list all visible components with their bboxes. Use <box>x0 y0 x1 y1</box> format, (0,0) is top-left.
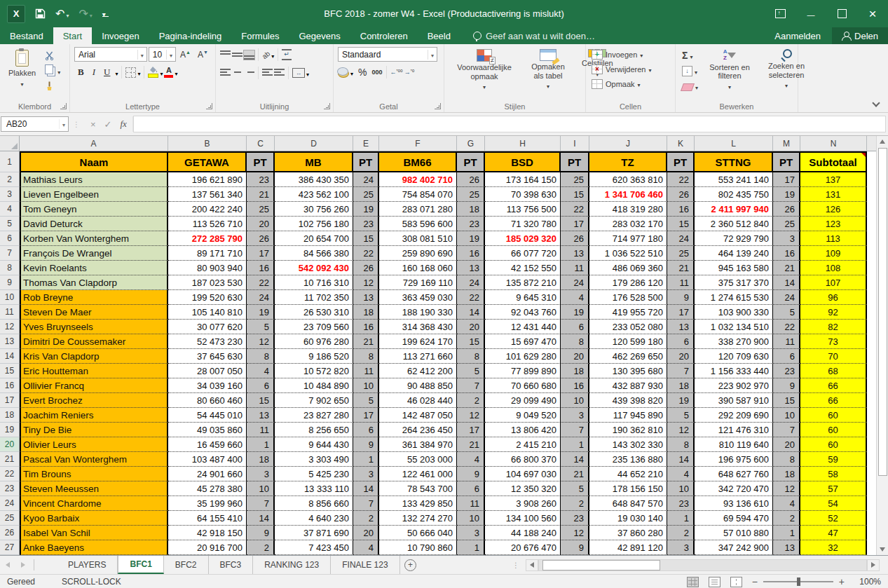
cell-E24[interactable]: 7 <box>353 496 379 511</box>
cell-C16[interactable]: 6 <box>247 378 275 393</box>
cell-B14[interactable]: 37 645 630 <box>168 349 247 364</box>
row-header-25[interactable]: 25 <box>0 511 20 526</box>
ribbon-display-options-button[interactable] <box>765 0 795 27</box>
autosum-button[interactable]: Σ <box>680 48 700 62</box>
formula-input[interactable] <box>133 116 886 132</box>
horizontal-scroll-thumb[interactable] <box>542 560 660 570</box>
column-header-G[interactable]: G <box>457 136 485 151</box>
cell-C18[interactable]: 13 <box>247 408 275 423</box>
cell-J21[interactable]: 235 136 880 <box>589 452 667 467</box>
sheet-tab-bfc2[interactable]: BFC2 <box>164 556 209 574</box>
cell-J19[interactable]: 190 362 810 <box>589 423 667 437</box>
sheet-tab-finale-123[interactable]: FINALE 123 <box>331 556 399 574</box>
cell-K12[interactable]: 13 <box>667 320 695 334</box>
column-header-C[interactable]: C <box>247 136 275 151</box>
cancel-icon[interactable]: × <box>90 119 96 130</box>
collapse-ribbon-icon[interactable] <box>873 102 880 108</box>
cell-G10[interactable]: 22 <box>457 290 485 305</box>
cell-M18[interactable]: 10 <box>773 408 800 423</box>
cell-B19[interactable]: 49 035 860 <box>168 423 247 437</box>
header-cell-I1[interactable]: PT <box>561 151 589 172</box>
cell-H27[interactable]: 20 676 470 <box>485 540 561 555</box>
cell-L14[interactable]: 120 709 630 <box>695 349 773 364</box>
save-button[interactable] <box>35 8 46 19</box>
vertical-scrollbar[interactable] <box>876 136 888 555</box>
scroll-up-arrow[interactable] <box>877 136 888 147</box>
cell-K18[interactable]: 5 <box>667 408 695 423</box>
cell-L10[interactable]: 1 274 615 530 <box>695 290 773 305</box>
zoom-out-button[interactable]: − <box>752 577 758 587</box>
cell-A21[interactable]: Pascal Van Wonterghem <box>20 452 168 467</box>
cell-G9[interactable]: 24 <box>457 275 485 290</box>
cell-K19[interactable]: 12 <box>667 423 695 437</box>
cell-G13[interactable]: 15 <box>457 334 485 349</box>
cell-I11[interactable]: 19 <box>561 305 589 320</box>
cell-A13[interactable]: Dimitri De Coussemaker <box>20 334 168 349</box>
header-cell-F1[interactable]: BM66 <box>379 151 457 172</box>
cell-N2[interactable]: 137 <box>800 172 867 187</box>
view-normal-button[interactable] <box>687 577 699 587</box>
cell-D13[interactable]: 60 976 280 <box>275 334 353 349</box>
cell-A17[interactable]: Evert Brochez <box>20 393 168 408</box>
cell-N10[interactable]: 96 <box>800 290 867 305</box>
cell-F2[interactable]: 982 402 710 <box>379 172 457 187</box>
bold-button[interactable]: B <box>74 66 88 78</box>
cell-B21[interactable]: 103 487 400 <box>168 452 247 467</box>
column-header-F[interactable]: F <box>379 136 457 151</box>
zoom-slider[interactable] <box>763 581 833 582</box>
header-cell-L1[interactable]: STTNG <box>695 151 773 172</box>
cell-I19[interactable]: 7 <box>561 423 589 437</box>
row-header-16[interactable]: 16 <box>0 378 20 393</box>
cell-C24[interactable]: 7 <box>247 496 275 511</box>
increase-decimal-icon[interactable]: ←ʼ⁰⁰ <box>390 69 403 76</box>
cell-F22[interactable]: 122 461 000 <box>379 467 457 481</box>
cell-B27[interactable]: 20 916 700 <box>168 540 247 555</box>
cell-E25[interactable]: 2 <box>353 511 379 526</box>
cell-N25[interactable]: 52 <box>800 511 867 526</box>
cell-E14[interactable]: 8 <box>353 349 379 364</box>
cell-C27[interactable]: 2 <box>247 540 275 555</box>
cell-A6[interactable]: Korben Van Wonterghem <box>20 231 168 246</box>
row-header-6[interactable]: 6 <box>0 231 20 246</box>
align-right-icon[interactable] <box>244 69 254 78</box>
cell-B8[interactable]: 80 903 940 <box>168 261 247 275</box>
menu-tab-bestand[interactable]: Bestand <box>0 27 53 44</box>
format-painter-button[interactable] <box>43 79 62 93</box>
scroll-down-arrow[interactable] <box>877 544 888 555</box>
insert-cells-button[interactable]: +Invoegen <box>590 47 671 62</box>
font-color-button[interactable]: A <box>164 67 173 78</box>
cell-H9[interactable]: 135 872 210 <box>485 275 561 290</box>
zoom-in-button[interactable]: + <box>839 577 845 587</box>
cell-C5[interactable]: 20 <box>247 217 275 231</box>
row-header-12[interactable]: 12 <box>0 320 20 334</box>
row-header-23[interactable]: 23 <box>0 481 20 496</box>
cell-B23[interactable]: 45 278 380 <box>168 481 247 496</box>
cell-J2[interactable]: 620 363 810 <box>589 172 667 187</box>
row-header-14[interactable]: 14 <box>0 349 20 364</box>
cell-K5[interactable]: 15 <box>667 217 695 231</box>
align-middle-icon[interactable] <box>232 50 243 60</box>
cell-M8[interactable]: 21 <box>773 261 800 275</box>
zoom-slider-thumb[interactable] <box>797 577 800 586</box>
cell-J18[interactable]: 117 945 890 <box>589 408 667 423</box>
cell-N18[interactable]: 60 <box>800 408 867 423</box>
cell-I21[interactable]: 14 <box>561 452 589 467</box>
header-cell-J1[interactable]: TZ <box>589 151 667 172</box>
cell-N16[interactable]: 66 <box>800 378 867 393</box>
grow-font-icon[interactable]: A▲ <box>177 50 193 60</box>
cell-M10[interactable]: 24 <box>773 290 800 305</box>
cell-K4[interactable]: 16 <box>667 202 695 217</box>
close-button[interactable] <box>857 0 888 27</box>
find-select-button[interactable]: Zoeken en selecteren <box>759 47 814 93</box>
cell-H4[interactable]: 113 756 500 <box>485 202 561 217</box>
cell-L13[interactable]: 338 270 900 <box>695 334 773 349</box>
cell-H5[interactable]: 71 320 780 <box>485 217 561 231</box>
cell-K8[interactable]: 21 <box>667 261 695 275</box>
cell-G24[interactable]: 11 <box>457 496 485 511</box>
cell-D18[interactable]: 23 827 280 <box>275 408 353 423</box>
sign-in-button[interactable]: Aanmelden <box>763 27 832 44</box>
cell-F15[interactable]: 62 412 200 <box>379 364 457 378</box>
cell-J7[interactable]: 1 036 522 510 <box>589 246 667 261</box>
cell-E19[interactable]: 6 <box>353 423 379 437</box>
cell-K21[interactable]: 14 <box>667 452 695 467</box>
